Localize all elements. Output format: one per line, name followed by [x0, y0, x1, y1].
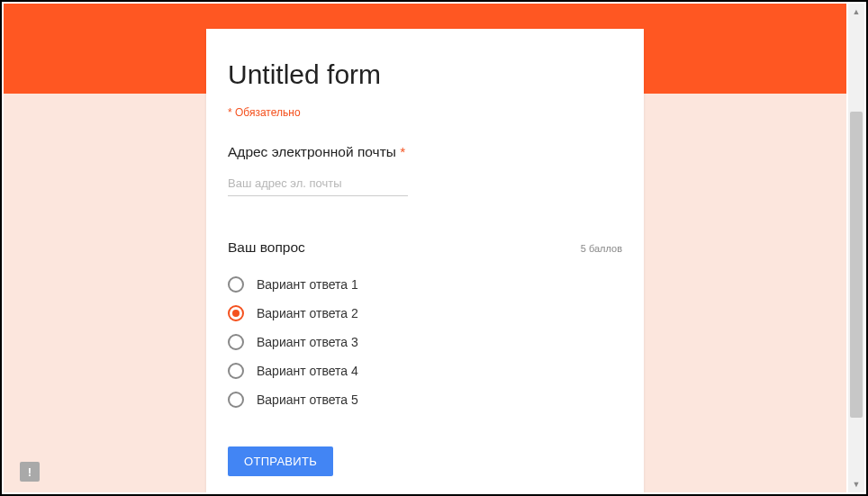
option-label: Вариант ответа 4 [257, 364, 358, 378]
vertical-scrollbar[interactable]: ▲ ▼ [848, 4, 864, 492]
options-group: Вариант ответа 1 Вариант ответа 2 Вариан… [228, 270, 622, 414]
exclamation-icon: ! [28, 466, 32, 478]
form-card: Untitled form * Обязательно Адрес электр… [206, 29, 644, 492]
email-question-label: Адрес электронной почты * [228, 144, 622, 160]
scroll-down-arrow-icon[interactable]: ▼ [848, 476, 864, 492]
scroll-up-arrow-icon[interactable]: ▲ [848, 4, 864, 20]
question-title: Ваш вопрос [228, 239, 305, 256]
option-4[interactable]: Вариант ответа 4 [228, 356, 622, 385]
submit-button[interactable]: ОТПРАВИТЬ [228, 446, 333, 476]
form-title: Untitled form [228, 59, 622, 90]
required-star: * [400, 144, 405, 159]
option-label: Вариант ответа 1 [257, 277, 358, 292]
option-1[interactable]: Вариант ответа 1 [228, 270, 622, 299]
option-2[interactable]: Вариант ответа 2 [228, 299, 622, 328]
radio-icon [228, 392, 244, 408]
feedback-icon[interactable]: ! [20, 462, 40, 482]
radio-icon [228, 363, 244, 379]
email-input[interactable] [228, 173, 408, 196]
option-5[interactable]: Вариант ответа 5 [228, 385, 622, 414]
option-label: Вариант ответа 5 [257, 392, 358, 407]
radio-icon [228, 334, 244, 350]
radio-icon [228, 305, 244, 321]
option-label: Вариант ответа 2 [257, 306, 358, 320]
option-3[interactable]: Вариант ответа 3 [228, 328, 622, 356]
scroll-thumb[interactable] [850, 112, 863, 418]
radio-icon [228, 276, 244, 293]
email-label-text: Адрес электронной почты [228, 144, 396, 159]
question-header: Ваш вопрос 5 баллов [228, 239, 622, 256]
required-note: * Обязательно [228, 106, 622, 119]
question-points: 5 баллов [581, 243, 622, 254]
option-label: Вариант ответа 3 [257, 335, 358, 349]
